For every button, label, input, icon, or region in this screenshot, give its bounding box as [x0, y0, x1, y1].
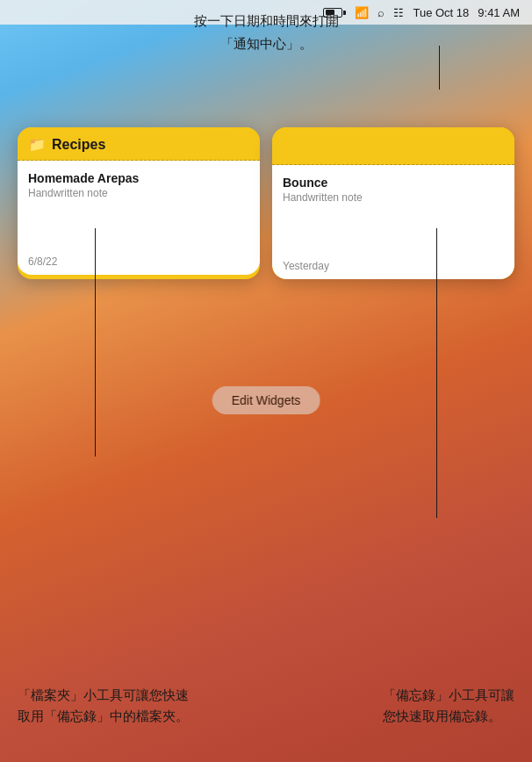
menubar-time[interactable]: 9:41 AM — [478, 6, 520, 19]
widget-recipes-note[interactable]: Homemade Arepas Handwritten note 6/8/22 — [18, 161, 260, 275]
widget-notes[interactable]: Bounce Handwritten note Yesterday — [272, 127, 514, 279]
widget-recipes-header: 📁 Recipes — [18, 127, 260, 160]
note-title-arepas: Homemade Arepas — [28, 171, 249, 185]
control-center-icon: ☷ — [393, 6, 404, 19]
folder-icon: 📁 — [28, 136, 46, 153]
desktop-background — [0, 0, 532, 762]
menubar: 📶 ⌕ ☷ Tue Oct 18 9:41 AM — [0, 0, 532, 25]
note-subtitle-bounce: Handwritten note — [283, 191, 504, 204]
battery-icon — [323, 8, 346, 18]
widget-recipes-title: Recipes — [52, 137, 105, 153]
note-title-bounce: Bounce — [283, 176, 504, 190]
edit-widgets-button[interactable]: Edit Widgets — [212, 386, 320, 414]
widget-notes-header — [272, 127, 514, 164]
menubar-date[interactable]: Tue Oct 18 — [413, 6, 469, 19]
note-subtitle-arepas: Handwritten note — [28, 187, 249, 199]
callout-line-top — [439, 46, 440, 90]
spotlight-icon: ⌕ — [377, 6, 385, 19]
widgets-area: 📁 Recipes Homemade Arepas Handwritten no… — [18, 127, 514, 279]
note-date-arepas: 6/8/22 — [28, 238, 249, 268]
widget-bounce-note[interactable]: Bounce Handwritten note Yesterday — [272, 165, 514, 279]
widget-recipes-folder[interactable]: 📁 Recipes Homemade Arepas Handwritten no… — [18, 127, 260, 279]
note-date-bounce: Yesterday — [283, 242, 504, 272]
wifi-icon: 📶 — [355, 6, 369, 19]
